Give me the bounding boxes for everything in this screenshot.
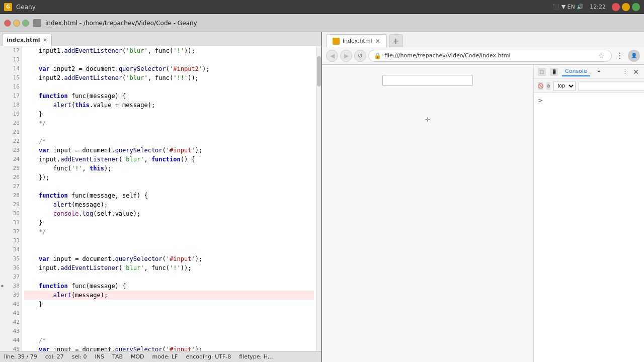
browser-tab-index-html[interactable]: index.html ✕: [326, 34, 387, 47]
window-icon: [33, 19, 41, 27]
status-filetype: filetype: H...: [239, 353, 273, 360]
window-controls[interactable]: [612, 3, 640, 11]
browser-menu-button[interactable]: ⋮: [614, 50, 626, 62]
devtools-more-tabs[interactable]: »: [594, 67, 604, 76]
status-col: col: 27: [45, 353, 64, 360]
devtools-panel: ⬚ 📱 Console » ⋮ ✕ 🚫 ⊘ top: [533, 65, 644, 362]
status-bar: line: 39 / 79 col: 27 sel: 0 INS TAB MOD…: [0, 351, 321, 362]
address-text: file:///home/trepachev/Video/Code/index.…: [384, 52, 593, 59]
titlebar: G Geany ⬛ ▼ EN 🔊 12:22: [0, 0, 644, 14]
address-bar[interactable]: 🔒 file:///home/trepachev/Video/Code/inde…: [368, 50, 612, 62]
bookmark-star-icon[interactable]: ☆: [596, 51, 606, 61]
browser-viewport: ✛: [322, 65, 533, 362]
devtools-console-tab[interactable]: Console: [562, 67, 590, 76]
system-tray: ⬛ ▼ EN 🔊: [552, 4, 584, 10]
devtools-more-menu[interactable]: ⋮: [622, 68, 628, 75]
devtools-header: ⬚ 📱 Console » ⋮ ✕: [534, 65, 644, 79]
titlebar-title: Geany: [16, 4, 548, 11]
devtools-close-button[interactable]: ✕: [632, 68, 640, 76]
line-numbers: 1213141516171819202122232425262728293031…: [0, 46, 22, 351]
win-close-button[interactable]: [4, 20, 11, 27]
browser-tab-bar: index.html ✕ +: [322, 32, 644, 47]
status-line: line: 39 / 79: [4, 353, 37, 360]
page-input[interactable]: [382, 75, 473, 86]
app-icon: G: [4, 3, 12, 11]
window-bar: index.html - /home/trepachev/Video/Code …: [0, 14, 644, 32]
console-arrow-icon: >: [538, 97, 543, 104]
code-content[interactable]: input1.addEventListener('blur', func('!'…: [22, 46, 316, 351]
editor-tab-bar: index.html ✕: [0, 32, 321, 46]
status-sel: sel: 0: [72, 353, 87, 360]
clock: 12:22: [590, 4, 606, 10]
cursor-indicator: ✛: [425, 116, 430, 123]
browser-chrome: index.html ✕ + ◀ ▶ ↺ 🔒 file:///home/trep…: [322, 32, 644, 65]
code-area[interactable]: 1213141516171819202122232425262728293031…: [0, 46, 321, 351]
devtools-context-select[interactable]: top: [553, 81, 576, 91]
browser-tab-label: index.html: [343, 38, 372, 44]
browser-nav-bar: ◀ ▶ ↺ 🔒 file:///home/trepachev/Video/Cod…: [322, 47, 644, 64]
win-controls[interactable]: [4, 20, 29, 27]
browser-content: ✛ ⬚ 📱 Console » ⋮ ✕ 🚫 ⊘ top: [322, 65, 644, 362]
scrollbar-thumb[interactable]: [317, 56, 321, 86]
browser-tab-favicon: [333, 38, 340, 45]
status-ins: INS: [95, 353, 104, 360]
editor-panel: index.html ✕ 121314151617181920212223242…: [0, 32, 322, 362]
console-prompt: >: [538, 97, 640, 104]
new-tab-button[interactable]: +: [389, 34, 403, 47]
close-button[interactable]: [612, 3, 620, 11]
address-lock-icon: 🔒: [374, 52, 381, 59]
maximize-button[interactable]: [632, 3, 640, 11]
tab-label: index.html: [7, 37, 40, 43]
status-encoding: encoding: UTF-8: [186, 353, 231, 360]
content-area: index.html ✕ 121314151617181920212223242…: [0, 32, 644, 362]
devtools-inspect-icon[interactable]: ⬚: [538, 68, 546, 76]
devtools-filter-icon[interactable]: ⊘: [546, 82, 550, 90]
devtools-filter-input[interactable]: [579, 81, 644, 91]
win-maximize-button[interactable]: [22, 20, 29, 27]
browser-panel: index.html ✕ + ◀ ▶ ↺ 🔒 file:///home/trep…: [322, 32, 644, 362]
editor-tab-index-html[interactable]: index.html ✕: [2, 34, 52, 46]
devtools-clear-icon[interactable]: 🚫: [538, 82, 543, 90]
devtools-toolbar: 🚫 ⊘ top: [534, 79, 644, 93]
browser-forward-button[interactable]: ▶: [340, 50, 352, 62]
win-minimize-button[interactable]: [13, 20, 20, 27]
status-mode: mode: LF: [152, 353, 178, 360]
devtools-device-icon[interactable]: 📱: [550, 68, 558, 76]
browser-reload-button[interactable]: ↺: [354, 50, 366, 62]
status-tab: TAB: [112, 353, 123, 360]
scrollbar[interactable]: [316, 46, 321, 351]
devtools-body: >: [534, 93, 644, 362]
browser-back-button[interactable]: ◀: [326, 50, 338, 62]
status-mod: MOD: [131, 353, 144, 360]
browser-tab-close-icon[interactable]: ✕: [375, 38, 380, 45]
browser-user-avatar[interactable]: 👤: [628, 50, 640, 62]
window-title: index.html - /home/trepachev/Video/Code …: [45, 20, 640, 27]
tab-close-icon[interactable]: ✕: [43, 37, 47, 43]
minimize-button[interactable]: [622, 3, 630, 11]
